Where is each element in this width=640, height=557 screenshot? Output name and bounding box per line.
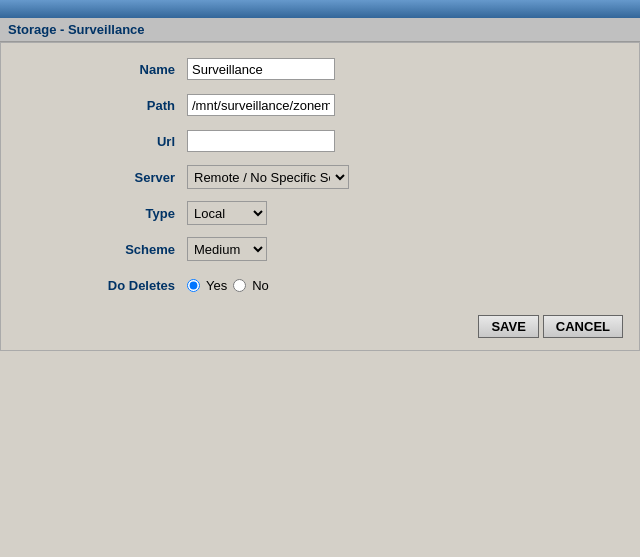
name-input[interactable] [187, 58, 335, 80]
path-row: Path [17, 91, 623, 119]
server-select[interactable]: Remote / No Specific Server Remote Speci… [187, 165, 349, 189]
do-deletes-yes-radio[interactable] [187, 279, 200, 292]
do-deletes-yes-label: Yes [206, 278, 227, 293]
save-button[interactable]: SAVE [478, 315, 538, 338]
top-bar [0, 0, 640, 18]
url-input[interactable] [187, 130, 335, 152]
breadcrumb: Storage - Surveillance [0, 18, 640, 42]
scheme-row: Scheme Medium High Low [17, 235, 623, 263]
do-deletes-group: Yes No [187, 278, 269, 293]
type-label: Type [17, 206, 187, 221]
type-select[interactable]: Local Remote [187, 201, 267, 225]
type-row: Type Local Remote [17, 199, 623, 227]
button-row: SAVE CANCEL [17, 307, 623, 338]
server-label: Server [17, 170, 187, 185]
form-container: Name Path Url Server Remote / No Specifi… [1, 43, 639, 350]
url-row: Url [17, 127, 623, 155]
do-deletes-no-radio[interactable] [233, 279, 246, 292]
main-content: Name Path Url Server Remote / No Specifi… [0, 42, 640, 351]
breadcrumb-text: Storage - Surveillance [8, 22, 145, 37]
name-label: Name [17, 62, 187, 77]
do-deletes-label: Do Deletes [17, 278, 187, 293]
path-input[interactable] [187, 94, 335, 116]
scheme-select[interactable]: Medium High Low [187, 237, 267, 261]
do-deletes-row: Do Deletes Yes No [17, 271, 623, 299]
cancel-button[interactable]: CANCEL [543, 315, 623, 338]
scheme-label: Scheme [17, 242, 187, 257]
url-label: Url [17, 134, 187, 149]
name-row: Name [17, 55, 623, 83]
path-label: Path [17, 98, 187, 113]
server-row: Server Remote / No Specific Server Remot… [17, 163, 623, 191]
do-deletes-no-label: No [252, 278, 269, 293]
